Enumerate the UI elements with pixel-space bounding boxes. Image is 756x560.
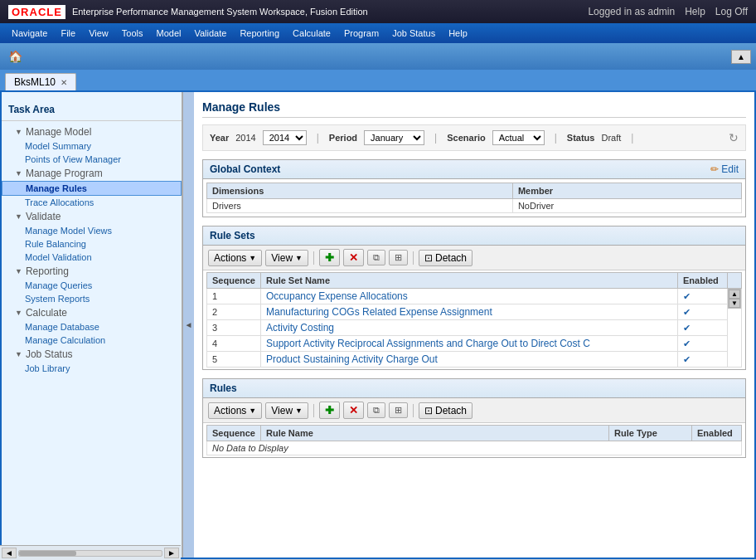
grid-button-rulesets[interactable]: ⊞ <box>389 250 408 265</box>
menu-model[interactable]: Model <box>150 27 188 40</box>
grid-icon: ⊞ <box>395 405 402 416</box>
sidebar-item-manage-database[interactable]: Manage Database <box>2 320 182 334</box>
detach-button-rules[interactable]: ⊡ Detach <box>419 402 472 419</box>
copy-button-rulesets[interactable]: ⧉ <box>367 250 385 265</box>
dropdown-arrow-icon: ▼ <box>295 407 303 415</box>
name-cell[interactable]: Support Activity Reciprocal Assignments … <box>260 336 677 352</box>
logoff-link[interactable]: Log Off <box>715 6 748 17</box>
task-area-title: Task Area <box>2 99 182 121</box>
arrow-icon: ▼ <box>15 267 22 275</box>
sidebar-item-pov-manager[interactable]: Points of View Manager <box>2 153 182 166</box>
rule-set-link[interactable]: Support Activity Reciprocal Assignments … <box>266 338 590 349</box>
expand-button[interactable]: ▲ <box>731 50 751 64</box>
sidebar-item-manage-queries[interactable]: Manage Queries <box>2 279 182 292</box>
edit-link[interactable]: ✏ Edit <box>710 163 739 175</box>
sidebar-item-trace-allocations[interactable]: Trace Allocations <box>2 196 182 209</box>
add-button-rules[interactable]: ✚ <box>319 402 340 419</box>
sidebar-item-manage-calculation[interactable]: Manage Calculation <box>2 334 182 347</box>
menu-file[interactable]: File <box>54 27 82 40</box>
vscroll-down[interactable]: ▼ <box>729 299 740 308</box>
add-button-rulesets[interactable]: ✚ <box>319 249 340 266</box>
sidebar-item-model-summary[interactable]: Model Summary <box>2 139 182 153</box>
period-select[interactable]: JanuaryFebruaryMarch <box>364 130 424 145</box>
detach-button-rulesets[interactable]: ⊡ Detach <box>419 250 472 266</box>
collapse-handle[interactable]: ◄ <box>182 92 194 558</box>
name-cell[interactable]: Activity Costing <box>260 320 677 336</box>
actions-button-rules[interactable]: Actions ▼ <box>208 402 262 419</box>
sidebar-item-job-library[interactable]: Job Library <box>2 362 182 375</box>
arrow-icon: ▼ <box>15 212 22 221</box>
menu-reporting[interactable]: Reporting <box>233 27 286 40</box>
detach-label: Detach <box>435 405 467 416</box>
section-calculate[interactable]: ▼ Calculate <box>2 305 182 320</box>
rule-set-link[interactable]: Activity Costing <box>266 322 334 334</box>
menu-calculate[interactable]: Calculate <box>286 27 337 40</box>
sidebar-item-manage-model-views[interactable]: Manage Model Views <box>2 224 182 237</box>
section-label: Manage Model <box>26 126 91 138</box>
detach-label: Detach <box>435 252 467 264</box>
menu-job-status[interactable]: Job Status <box>385 27 442 40</box>
actions-button-rulesets[interactable]: Actions ▼ <box>208 250 262 266</box>
page-title: Manage Rules <box>202 100 746 118</box>
grid-button-rules[interactable]: ⊞ <box>389 402 408 418</box>
rule-sets-toolbar: Actions ▼ View ▼ ✚ ✕ ⧉ ⊞ <box>203 246 745 270</box>
toolbar-sep <box>313 404 314 417</box>
tab-close-icon[interactable]: ✕ <box>61 78 67 87</box>
global-context-header: Global Context ✏ Edit <box>203 160 745 179</box>
rule-sets-table: Sequence Rule Set Name Enabled 1 Occupan… <box>206 272 742 368</box>
home-icon[interactable]: 🏠 <box>5 48 26 65</box>
sep3: | <box>555 132 557 144</box>
copy-button-rules[interactable]: ⧉ <box>367 402 385 418</box>
section-validate[interactable]: ▼ Validate <box>2 209 182 224</box>
rule-set-link[interactable]: Product Sustaining Activity Charge Out <box>266 353 438 365</box>
view-button-rulesets[interactable]: View ▼ <box>265 250 308 266</box>
menu-view[interactable]: View <box>82 27 115 40</box>
dropdown-arrow-icon: ▼ <box>249 407 256 415</box>
menu-validate[interactable]: Validate <box>187 27 233 40</box>
menu-help[interactable]: Help <box>442 27 474 40</box>
sep4: | <box>631 132 633 144</box>
name-cell[interactable]: Manufacturing COGs Related Expense Assig… <box>260 304 677 320</box>
view-button-rules[interactable]: View ▼ <box>265 402 308 419</box>
menu-navigate[interactable]: Navigate <box>5 27 54 40</box>
menu-tools[interactable]: Tools <box>115 27 150 40</box>
section-job-status[interactable]: ▼ Job Status <box>2 347 182 362</box>
logged-in-label: Logged in as admin <box>588 6 675 17</box>
arrow-icon: ▼ <box>15 350 22 358</box>
scroll-left-btn[interactable]: ◄ <box>2 548 17 558</box>
year-select[interactable]: 201420132015 <box>263 130 307 145</box>
section-reporting[interactable]: ▼ Reporting <box>2 264 182 279</box>
app-title: Enterprise Performance Management System… <box>72 7 589 17</box>
name-cell[interactable]: Product Sustaining Activity Charge Out <box>260 352 677 368</box>
scroll-right-btn[interactable]: ► <box>164 548 179 558</box>
top-bar-right: Logged in as admin Help Log Off <box>588 6 748 17</box>
sidebar-item-rule-balancing[interactable]: Rule Balancing <box>2 237 182 251</box>
scrollbar-track[interactable] <box>18 550 162 557</box>
rule-set-link[interactable]: Occupancy Expense Allocations <box>266 290 408 302</box>
table-row: 3 Activity Costing ✔ <box>207 320 742 336</box>
section-label: Job Status <box>26 348 73 360</box>
sep2: | <box>434 132 437 144</box>
seq-cell: 5 <box>207 352 261 368</box>
top-bar: ORACLE Enterprise Performance Management… <box>0 0 756 23</box>
table-row: 5 Product Sustaining Activity Charge Out… <box>207 352 742 368</box>
section-manage-model[interactable]: ▼ Manage Model <box>2 124 182 139</box>
sidebar-item-manage-rules[interactable]: Manage Rules <box>2 181 182 196</box>
help-link[interactable]: Help <box>685 6 705 17</box>
scenario-select[interactable]: ActualBudget <box>492 130 545 145</box>
sidebar-item-model-validation[interactable]: Model Validation <box>2 251 182 264</box>
no-data-row: No Data to Display <box>207 441 742 455</box>
table-row: 2 Manufacturing COGs Related Expense Ass… <box>207 304 742 320</box>
delete-button-rules[interactable]: ✕ <box>343 402 364 419</box>
actions-label: Actions <box>214 252 246 264</box>
section-manage-program[interactable]: ▼ Manage Program <box>2 166 182 181</box>
menu-program[interactable]: Program <box>337 27 385 40</box>
sidebar-item-system-reports[interactable]: System Reports <box>2 292 182 305</box>
delete-button-rulesets[interactable]: ✕ <box>343 249 364 266</box>
vscroll-up[interactable]: ▲ <box>729 290 740 299</box>
name-cell[interactable]: Occupancy Expense Allocations <box>260 289 677 304</box>
table-row: Drivers NoDriver <box>207 199 742 213</box>
redo-icon[interactable]: ↻ <box>729 131 739 144</box>
tab-bksml10[interactable]: BksML10 ✕ <box>5 73 76 90</box>
rule-set-link[interactable]: Manufacturing COGs Related Expense Assig… <box>266 306 492 318</box>
